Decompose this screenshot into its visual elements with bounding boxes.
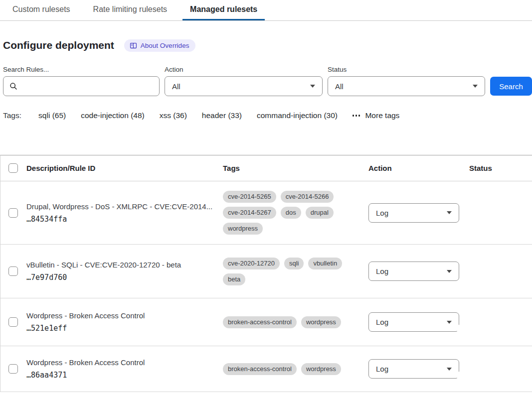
toggle-knob (457, 371, 468, 382)
check-icon (473, 366, 479, 372)
rule-description: Wordpress - Broken Access Control (26, 358, 223, 367)
status-filter-value: All (335, 82, 344, 91)
table-row: Wordpress - Broken Access Control …521e1… (0, 298, 532, 346)
x-icon (459, 268, 466, 274)
ellipsis-icon (353, 115, 360, 117)
action-filter-select[interactable]: All (165, 76, 323, 96)
tag-pills: broken-access-controlwordpress (223, 316, 368, 328)
rule-description: Wordpress - Broken Access Control (26, 311, 223, 320)
tag-pill: broken-access-control (223, 363, 297, 375)
action-select[interactable]: Log (368, 262, 459, 281)
tag-pill: cve-2014-5266 (281, 191, 334, 203)
action-select-value: Log (376, 365, 388, 373)
tag-pill: cve-2014-5265 (223, 191, 276, 203)
tag-filter-header[interactable]: header (33) (202, 111, 242, 120)
table-row: Wordpress - Broken Access Control …86aa4… (0, 346, 532, 392)
search-input-box (3, 76, 160, 96)
search-input[interactable] (22, 77, 159, 96)
chevron-down-icon (447, 211, 452, 214)
tag-pills: broken-access-controlwordpress (223, 363, 368, 375)
action-select-value: Log (376, 267, 388, 275)
table-row: Drupal, Wordpress - DoS - XMLRPC - CVE:C… (0, 181, 532, 245)
tag-pill: drupal (306, 207, 334, 219)
chevron-down-icon (447, 270, 452, 273)
column-header-action: Action (368, 164, 469, 172)
about-overrides-link[interactable]: About Overrides (124, 39, 196, 52)
tag-pill: wordpress (301, 316, 341, 328)
tag-pill: wordpress (223, 223, 263, 235)
tag-pill: wordpress (301, 363, 341, 375)
column-header-status: Status (469, 164, 532, 172)
toggle-knob (471, 214, 482, 225)
chevron-down-icon (447, 321, 452, 324)
tag-pill: sqli (284, 258, 304, 269)
row-checkbox[interactable] (8, 317, 18, 327)
table-row: vBulletin - SQLi - CVE:CVE-2020-12720 - … (0, 245, 532, 298)
tag-pill: dos (281, 207, 301, 219)
column-header-tags: Tags (223, 164, 368, 172)
tab-custom-rulesets[interactable]: Custom rulesets (5, 0, 78, 20)
table-body: Drupal, Wordpress - DoS - XMLRPC - CVE:C… (0, 181, 532, 392)
tag-filter-xss[interactable]: xss (36) (160, 111, 187, 120)
action-select-value: Log (376, 318, 388, 326)
chevron-down-icon (473, 85, 478, 88)
more-tags-button[interactable]: More tags (353, 111, 399, 120)
chevron-down-icon (310, 85, 315, 88)
rule-description: vBulletin - SQLi - CVE:CVE-2020-12720 - … (26, 261, 223, 269)
tab-rate-limiting-rulesets[interactable]: Rate limiting rulesets (86, 0, 175, 20)
tag-pill: vbulletin (308, 258, 342, 269)
rules-table: Description/Rule ID Tags Action Status D… (0, 155, 532, 392)
action-filter-label: Action (165, 66, 323, 73)
book-open-icon (130, 42, 137, 49)
table-header: Description/Rule ID Tags Action Status (0, 155, 532, 181)
column-header-description: Description/Rule ID (26, 164, 223, 172)
action-filter-value: All (172, 82, 180, 91)
check-icon (473, 319, 479, 325)
page-title: Configure deployment (3, 39, 114, 52)
rule-id: …521e1eff (26, 324, 223, 333)
search-icon (9, 82, 17, 90)
more-tags-label: More tags (365, 111, 399, 120)
action-select-value: Log (376, 209, 388, 217)
tags-bar-label: Tags: (3, 111, 21, 120)
tag-pill: broken-access-control (223, 316, 297, 328)
rule-id: …84534ffa (26, 215, 223, 224)
toggle-knob (471, 273, 482, 284)
tag-filter-code-injection[interactable]: code-injection (48) (81, 111, 145, 120)
x-icon (459, 210, 466, 216)
row-checkbox[interactable] (8, 364, 18, 374)
tab-managed-rulesets[interactable]: Managed rulesets (182, 0, 265, 20)
row-checkbox[interactable] (8, 266, 18, 276)
rule-id: …86aa4371 (26, 371, 223, 380)
status-filter-select[interactable]: All (328, 76, 485, 96)
tag-pill: beta (223, 273, 245, 285)
tag-pill: cve-2020-12720 (223, 258, 280, 269)
tab-bar: Custom rulesets Rate limiting rulesets M… (0, 0, 532, 21)
search-rules-label: Search Rules... (3, 66, 160, 73)
select-all-checkbox[interactable] (8, 163, 18, 173)
search-button[interactable]: Search (490, 77, 532, 96)
action-select[interactable]: Log (368, 203, 459, 223)
rule-description: Drupal, Wordpress - DoS - XMLRPC - CVE:C… (26, 202, 223, 211)
chevron-down-icon (447, 368, 452, 371)
rule-id: …7e97d760 (26, 273, 223, 282)
action-select[interactable]: Log (368, 359, 459, 379)
tag-pills: cve-2014-5265cve-2014-5266cve-2014-5267d… (223, 191, 368, 235)
tag-filter-sqli[interactable]: sqli (65) (38, 111, 66, 120)
action-select[interactable]: Log (368, 312, 459, 332)
tag-filter-command-injection[interactable]: command-injection (30) (257, 111, 338, 120)
tag-pill: cve-2014-5267 (223, 207, 276, 219)
toggle-knob (457, 324, 468, 335)
about-overrides-label: About Overrides (141, 42, 189, 49)
tag-pills: cve-2020-12720sqlivbulletinbeta (223, 258, 368, 285)
row-checkbox[interactable] (8, 208, 18, 218)
status-filter-label: Status (328, 66, 485, 73)
